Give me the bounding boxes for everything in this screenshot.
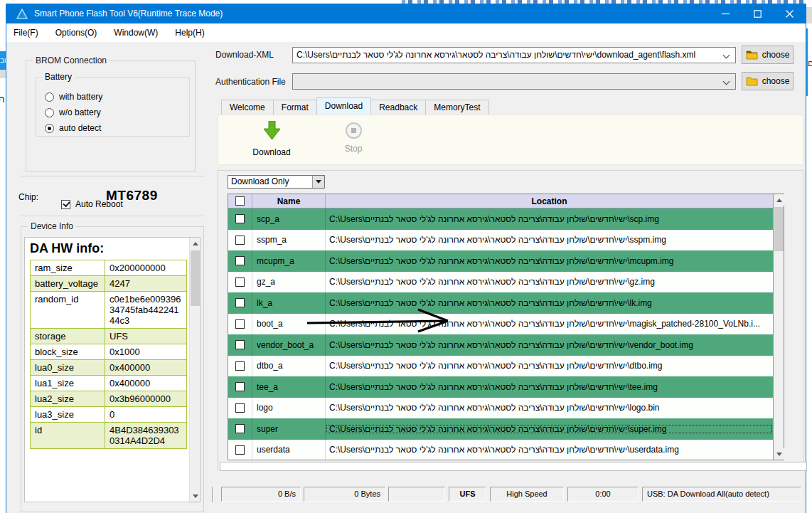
authentication-file-combobox[interactable]	[292, 73, 736, 90]
download-button[interactable]: Download	[233, 121, 311, 157]
menu-item-optionso[interactable]: Options(O)	[47, 23, 106, 42]
hw-key: id	[31, 423, 105, 449]
row-checkbox[interactable]	[235, 214, 245, 223]
radio-button[interactable]	[45, 108, 54, 117]
scrollbar-thumb[interactable]	[774, 207, 784, 251]
tab-memorytest[interactable]: MemoryTest	[425, 100, 488, 115]
select-all-checkbox[interactable]	[235, 196, 245, 206]
table-row-super[interactable]: superC:\Users\ישי\חדשים\שולחן עבודה\צריב…	[228, 418, 773, 440]
hw-value: 0x200000000	[105, 260, 187, 276]
download-xml-combobox[interactable]: C:\Users\ישי\חדשים\שולחן עבודה\צריבה לסט…	[292, 47, 736, 63]
location-column-header[interactable]: Location	[326, 194, 773, 208]
row-checkbox[interactable]	[235, 445, 245, 455]
chip-value: MT6789	[106, 188, 158, 203]
row-checkbox[interactable]	[235, 298, 245, 307]
row-checkbox[interactable]	[235, 319, 245, 329]
title-bar[interactable]: Smart Phone Flash Tool V6(Runtime Trace …	[6, 4, 806, 23]
hw-info-row: storageUFS	[31, 329, 187, 344]
partition-name: dtbo_a	[252, 356, 326, 377]
name-column-header[interactable]: Name	[252, 194, 326, 208]
checkbox-cell[interactable]	[228, 398, 252, 419]
row-checkbox[interactable]	[235, 256, 245, 265]
table-row-sspm_a[interactable]: sspm_aC:\Users\ישי\חדשים\שולחן עבודה\צרי…	[228, 230, 773, 251]
auto-reboot-checkbox[interactable]	[61, 200, 70, 209]
menu-item-windoww[interactable]: Window(W)	[105, 23, 166, 42]
download-mode-select[interactable]: Download Only	[228, 175, 325, 189]
dropdown-arrow-button[interactable]	[312, 176, 324, 188]
checkbox-cell[interactable]	[228, 230, 252, 251]
device-info-scrollbar[interactable]	[189, 238, 200, 502]
status-elapsed-time: 0:00	[567, 487, 639, 502]
checkbox-cell[interactable]	[228, 440, 252, 460]
row-checkbox[interactable]	[235, 382, 245, 391]
choose-button-label: choose	[762, 50, 790, 60]
row-checkbox[interactable]	[235, 361, 245, 371]
download-list-group: Download Only Name Location scp_aC:\User…	[218, 170, 803, 470]
checkbox-cell[interactable]	[228, 272, 252, 293]
checkbox-cell[interactable]	[228, 418, 252, 440]
scroll-up-button[interactable]	[190, 238, 201, 249]
table-row-vendor_boot_a[interactable]: vendor_boot_aC:\Users\ישי\חדשים\שולחן עב…	[228, 334, 773, 356]
chevron-down-icon[interactable]	[723, 52, 730, 59]
table-row-logo[interactable]: logoC:\Users\ישי\חדשים\שולחן עבודה\צריבה…	[228, 398, 773, 419]
close-button[interactable]	[774, 4, 806, 23]
maximize-button[interactable]	[742, 4, 774, 23]
table-row-lk_a[interactable]: lk_aC:\Users\ישי\חדשים\שולחן עבודה\צריבה…	[228, 292, 773, 314]
tab-download[interactable]: Download	[316, 97, 371, 115]
radio-option-auto-detect[interactable]: auto detect	[45, 123, 101, 133]
chevron-down-icon[interactable]	[723, 78, 730, 85]
row-checkbox[interactable]	[235, 236, 245, 245]
tab-format[interactable]: Format	[273, 100, 317, 115]
checkbox-cell[interactable]	[228, 208, 252, 230]
table-header: Name Location	[228, 194, 773, 208]
checkbox-cell[interactable]	[228, 292, 252, 314]
row-checkbox[interactable]	[235, 277, 245, 287]
hw-info-row: random_idc0e1be6e00939634745fab44224144c…	[31, 292, 187, 329]
scrollbar-thumb[interactable]	[191, 250, 200, 306]
radio-option-w-o-battery[interactable]: w/o battery	[45, 107, 101, 117]
scroll-down-button[interactable]	[774, 448, 784, 460]
menu-item-filef[interactable]: File(F)	[6, 23, 47, 42]
status-empty	[388, 487, 445, 502]
checkbox-cell[interactable]	[228, 250, 252, 272]
battery-group-label: Battery	[42, 72, 75, 82]
radio-option-with-battery[interactable]: with battery	[45, 92, 102, 102]
table-row-tee_a[interactable]: tee_aC:\Users\ישי\חדשים\שולחן עבודה\צריב…	[228, 376, 773, 398]
table-scrollbar[interactable]	[773, 194, 784, 460]
row-checkbox[interactable]	[235, 340, 245, 349]
row-checkbox[interactable]	[235, 424, 245, 433]
tab-welcome[interactable]: Welcome	[221, 100, 274, 115]
tab-readback[interactable]: Readback	[370, 100, 426, 115]
checkbox-cell[interactable]	[228, 334, 252, 356]
table-row-boot_a[interactable]: boot_aC:\Users\ישי\חדשים\שולחן עבודה\צרי…	[228, 314, 773, 335]
scroll-up-button[interactable]	[774, 194, 784, 206]
table-row-userdata[interactable]: userdataC:\Users\ישי\חדשים\שולחן עבודה\צ…	[228, 440, 773, 460]
hw-value: c0e1be6e00939634745fab44224144c3	[105, 292, 187, 329]
menu-item-helph[interactable]: Help(H)	[166, 23, 213, 42]
checkbox-cell[interactable]	[228, 356, 252, 377]
table-row-scp_a[interactable]: scp_aC:\Users\ישי\חדשים\שולחן עבודה\צריב…	[228, 208, 773, 230]
partition-name: vendor_boot_a	[252, 334, 326, 356]
download-xml-label: Download-XML	[215, 50, 274, 60]
stop-button[interactable]: Stop	[325, 121, 382, 154]
checkbox-cell[interactable]	[228, 376, 252, 398]
minimize-button[interactable]	[710, 4, 742, 23]
select-all-header-cell[interactable]	[228, 194, 252, 208]
hw-value: 4247	[105, 276, 187, 292]
row-checkbox[interactable]	[235, 403, 245, 413]
partition-location: C:\Users\ישי\חדשים\שולחן עבודה\צריבה לסט…	[326, 298, 773, 308]
chip-label: Chip:	[18, 192, 38, 202]
hw-key: battery_voltage	[31, 276, 105, 292]
background-gray-block	[806, 7, 812, 23]
table-row-gz_a[interactable]: gz_aC:\Users\ישי\חדשים\שולחן עבודה\צריבה…	[228, 272, 773, 293]
radio-button[interactable]	[45, 92, 54, 102]
hw-info-row: lua2_size0x3b96000000	[31, 391, 187, 407]
checkbox-cell[interactable]	[228, 314, 252, 335]
authentication-choose-button[interactable]: choose	[742, 72, 794, 90]
table-row-mcupm_a[interactable]: mcupm_aC:\Users\ישי\חדשים\שולחן עבודה\צר…	[228, 250, 773, 272]
download-xml-choose-button[interactable]: choose	[742, 46, 794, 64]
table-row-dtbo_a[interactable]: dtbo_aC:\Users\ישי\חדשים\שולחן עבודה\צרי…	[228, 356, 773, 377]
partition-name: mcupm_a	[252, 250, 326, 272]
radio-button[interactable]	[45, 124, 54, 133]
hw-key: lua3_size	[31, 407, 105, 423]
